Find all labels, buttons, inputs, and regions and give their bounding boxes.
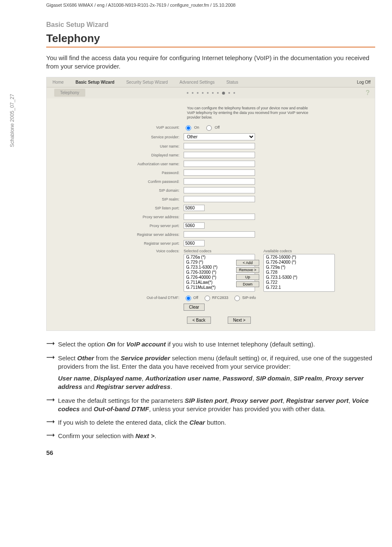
instruction-list: Select the option On for VoIP account if…	[46, 340, 375, 440]
arrow-icon	[46, 354, 58, 391]
tab-basic-setup[interactable]: Basic Setup Wizard	[70, 77, 121, 87]
form-area: You can configure the telephony features…	[47, 98, 375, 331]
proxy-address-field[interactable]	[184, 214, 255, 220]
voip-off-radio[interactable]	[206, 125, 212, 131]
confirm-password-field[interactable]	[184, 178, 255, 185]
section-label: Basic Setup Wizard	[46, 21, 375, 29]
top-tabs: Home Basic Setup Wizard Security Setup W…	[47, 77, 375, 87]
label-proxy-port: Proxy server port:	[53, 224, 184, 228]
subtab-telephony[interactable]: Telephony	[54, 89, 85, 97]
available-codecs-list[interactable]: G.726-16000 (*)G.726-24000 (*)G.729a (*)…	[263, 254, 335, 292]
form-description: You can configure the telephony features…	[187, 106, 313, 120]
label-password: Password:	[53, 171, 184, 175]
tab-security-setup[interactable]: Security Setup Wizard	[120, 77, 174, 87]
voip-on-radio[interactable]	[186, 125, 191, 131]
auth-user-field[interactable]	[184, 161, 255, 167]
sip-domain-field[interactable]	[184, 187, 255, 193]
voip-on-label: On	[194, 125, 199, 129]
dtmf-rfc-radio[interactable]	[205, 296, 210, 301]
down-button[interactable]: Down	[236, 281, 259, 287]
wizard-progress-icon	[187, 92, 235, 95]
displayed-name-field[interactable]	[184, 152, 255, 158]
page-number: 56	[46, 449, 375, 456]
available-codecs-title: Available codecs	[263, 249, 312, 253]
svg-marker-1	[53, 342, 55, 345]
bullet-2: Select Other from the Service provider s…	[58, 354, 375, 391]
label-sip-domain: SIP domain:	[53, 188, 184, 193]
bullet-4: If you wish to delete the entered data, …	[58, 418, 375, 427]
label-registrar-port: Registrar server port:	[53, 241, 184, 246]
dtmf-off-label: Off	[193, 296, 198, 300]
back-button[interactable]: < Back	[187, 317, 211, 324]
label-proxy-address: Proxy server address:	[53, 215, 184, 219]
arrow-icon	[46, 418, 58, 427]
header-path: Gigaset SX686 WiMAX / eng / A31008-N919-…	[46, 0, 375, 9]
dtmf-rfc-label: RFC2833	[212, 296, 229, 300]
label-registrar-address: Registrar server address:	[53, 233, 184, 237]
tab-advanced[interactable]: Advanced Settings	[174, 77, 220, 87]
svg-marker-5	[53, 398, 55, 402]
sip-realm-field[interactable]	[184, 196, 255, 202]
label-service-provider: Service provider:	[53, 135, 184, 139]
arrow-icon	[46, 396, 58, 414]
dtmf-sip-label: SIP-Info	[242, 296, 256, 300]
svg-marker-9	[53, 433, 55, 437]
intro-text: You will find the access data you requir…	[46, 54, 375, 71]
tab-home[interactable]: Home	[47, 77, 70, 87]
selected-codecs-title: Selected codecs	[184, 249, 232, 253]
up-button[interactable]: Up	[236, 274, 259, 280]
label-displayed-name: Displayed name:	[53, 153, 184, 157]
user-name-field[interactable]	[184, 143, 255, 149]
help-icon[interactable]: ?	[366, 89, 370, 97]
next-button[interactable]: Next >	[228, 317, 251, 324]
schablone-label: Schablone 2005_07_27	[9, 94, 15, 147]
voip-off-label: Off	[215, 125, 220, 129]
label-sip-listen-port: SIP listen port:	[53, 206, 184, 210]
label-sip-realm: SIP realm:	[53, 197, 184, 201]
logoff-link[interactable]: Log Off	[357, 80, 371, 85]
label-auth-user: Authorization user name:	[53, 162, 184, 166]
dtmf-off-radio[interactable]	[186, 296, 191, 301]
remove-button[interactable]: Remove >	[236, 267, 259, 273]
tab-status[interactable]: Status	[221, 77, 244, 87]
bullet-5: Confirm your selection with Next >.	[58, 432, 375, 440]
title-underline	[46, 47, 375, 48]
label-voip-account: VoIP account:	[53, 125, 184, 129]
registrar-port-field[interactable]	[184, 240, 205, 246]
password-field[interactable]	[184, 169, 255, 176]
sub-bar: Telephony ?	[47, 87, 375, 98]
page-title: Telephony	[46, 32, 375, 45]
label-confirm-password: Confirm password:	[53, 180, 184, 184]
svg-marker-3	[53, 356, 55, 359]
label-voice-codecs: Voice codecs:	[53, 249, 184, 253]
registrar-address-field[interactable]	[184, 231, 255, 238]
label-oob-dtmf: Out-of-band DTMF:	[53, 296, 184, 300]
arrow-icon	[46, 340, 58, 349]
proxy-port-field[interactable]	[184, 222, 205, 229]
bullet-1: Select the option On for VoIP account if…	[58, 340, 375, 349]
bullet-3: Leave the default settings for the param…	[58, 396, 375, 414]
label-user-name: User name:	[53, 144, 184, 148]
clear-button[interactable]: Clear	[184, 304, 205, 311]
sip-listen-port-field[interactable]	[184, 205, 205, 211]
service-provider-select[interactable]: Other	[184, 133, 255, 140]
router-ui-screenshot: Home Basic Setup Wizard Security Setup W…	[46, 77, 375, 331]
svg-marker-7	[53, 420, 55, 423]
dtmf-sip-radio[interactable]	[234, 296, 240, 301]
arrow-icon	[46, 432, 58, 440]
add-button[interactable]: < Add	[236, 260, 259, 266]
